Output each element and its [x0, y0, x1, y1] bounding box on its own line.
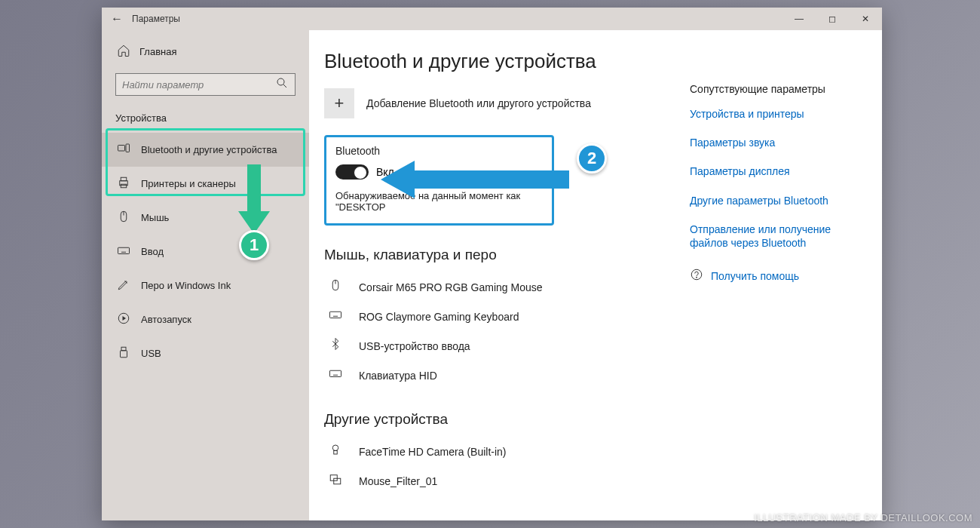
sidebar-item-label: Ввод	[141, 246, 164, 257]
usb-icon	[117, 345, 130, 361]
sidebar-category: Устройства	[102, 106, 309, 133]
device-item[interactable]: ROG Claymore Gaming Keyboard	[324, 302, 882, 331]
autoplay-icon	[117, 312, 130, 327]
mouse-icon	[324, 278, 347, 296]
bluetooth-toggle[interactable]	[335, 164, 369, 180]
devices-icon	[117, 142, 130, 158]
svg-line-1	[283, 84, 286, 87]
keyboard-icon	[117, 244, 130, 259]
related-link-send-receive-bt[interactable]: Отправление или получение файлов через B…	[690, 223, 863, 250]
annotation-highlight-bluetooth: Bluetooth Вкл. Обнаруживаемое на данный …	[324, 135, 554, 226]
related-link-devices-printers[interactable]: Устройства и принтеры	[690, 107, 863, 121]
settings-window: ← Параметры ― ◻ ✕ Главная Устройства	[102, 8, 882, 520]
keyboard-icon	[324, 308, 347, 325]
device-item[interactable]: FaceTime HD Camera (Built-in)	[324, 437, 882, 466]
sidebar-item-label: Перо и Windows Ink	[141, 280, 231, 291]
printer-icon	[117, 176, 130, 192]
search-box[interactable]	[115, 73, 296, 96]
device-item[interactable]: Клавиатура HID	[324, 361, 882, 390]
device-icon	[324, 472, 347, 490]
sidebar-item-label: USB	[141, 348, 161, 359]
sidebar-item-bluetooth[interactable]: Bluetooth и другие устройства	[102, 133, 309, 167]
svg-point-30	[696, 277, 697, 278]
keyboard-icon	[324, 367, 347, 384]
related-link-display[interactable]: Параметры дисплея	[690, 164, 863, 178]
bluetooth-toggle-state: Вкл.	[376, 166, 397, 178]
plus-icon: +	[324, 88, 354, 118]
related-link-sound[interactable]: Параметры звука	[690, 136, 863, 149]
maximize-button[interactable]: ◻	[816, 8, 849, 30]
sidebar-item-autoplay[interactable]: Автозапуск	[102, 302, 309, 336]
annotation-badge-2: 2	[577, 143, 607, 173]
device-item[interactable]: USB-устройство ввода	[324, 331, 882, 361]
svg-point-0	[277, 78, 284, 85]
back-button[interactable]: ←	[102, 12, 132, 26]
add-device-label: Добавление Bluetooth или другого устройс…	[366, 97, 591, 109]
sidebar: Главная Устройства Bluetooth и другие ус…	[102, 30, 309, 520]
search-input[interactable]	[122, 79, 264, 91]
discoverable-text: Обнаруживаемое на данный момент как "DES…	[335, 190, 543, 213]
related-settings: Сопутствующие параметры Устройства и при…	[690, 83, 863, 284]
related-heading: Сопутствующие параметры	[690, 83, 863, 95]
sidebar-item-mouse[interactable]: Мышь	[102, 201, 309, 235]
svg-rect-23	[330, 370, 341, 376]
svg-rect-21	[330, 312, 341, 318]
close-button[interactable]: ✕	[849, 8, 882, 30]
device-name: Mouse_Filter_01	[359, 475, 437, 487]
svg-rect-17	[121, 347, 126, 351]
mouse-icon	[117, 210, 130, 226]
sidebar-item-usb[interactable]: USB	[102, 336, 309, 370]
svg-rect-2	[118, 146, 125, 152]
sidebar-home[interactable]: Главная	[102, 38, 309, 66]
svg-point-25	[332, 445, 338, 451]
device-item[interactable]: Mouse_Filter_01	[324, 466, 882, 496]
svg-rect-5	[121, 177, 127, 181]
bluetooth-icon	[324, 337, 347, 355]
sidebar-item-label: Принтеры и сканеры	[141, 178, 236, 189]
titlebar: ← Параметры ― ◻ ✕	[102, 8, 882, 30]
minimize-button[interactable]: ―	[782, 8, 816, 30]
svg-rect-3	[126, 144, 130, 152]
main-content: Bluetooth и другие устройства + Добавлен…	[309, 30, 882, 520]
svg-rect-6	[121, 184, 127, 188]
svg-rect-18	[121, 351, 127, 358]
pen-icon	[117, 278, 130, 293]
svg-rect-9	[118, 247, 130, 253]
sidebar-item-label: Мышь	[141, 212, 169, 223]
get-help-label: Получить помощь	[711, 270, 799, 282]
annotation-badge-1: 1	[239, 230, 269, 260]
sidebar-item-pen[interactable]: Перо и Windows Ink	[102, 269, 309, 302]
svg-marker-16	[123, 316, 127, 321]
page-title: Bluetooth и другие устройства	[324, 50, 882, 73]
sidebar-item-label: Bluetooth и другие устройства	[141, 144, 277, 155]
device-name: USB-устройство ввода	[359, 340, 470, 352]
search-icon	[275, 76, 289, 93]
svg-rect-26	[334, 451, 338, 455]
get-help-link[interactable]: Получить помощь	[690, 268, 863, 284]
device-name: FaceTime HD Camera (Built-in)	[359, 446, 507, 458]
help-icon	[690, 268, 703, 284]
bluetooth-section-label: Bluetooth	[335, 145, 543, 157]
device-name: Corsair M65 PRO RGB Gaming Mouse	[359, 281, 543, 293]
sidebar-item-printers[interactable]: Принтеры и сканеры	[102, 167, 309, 201]
device-name: ROG Claymore Gaming Keyboard	[359, 311, 519, 323]
sidebar-item-typing[interactable]: Ввод	[102, 235, 309, 269]
sidebar-item-label: Автозапуск	[141, 314, 191, 325]
window-title: Параметры	[132, 14, 180, 24]
home-icon	[117, 44, 130, 60]
section-other-devices: Другие устройства	[324, 411, 882, 428]
sidebar-home-label: Главная	[139, 46, 176, 57]
watermark: ILLUSTRATION MADE BY DETAILLOOK.COM	[754, 512, 972, 523]
camera-icon	[324, 443, 347, 460]
device-name: Клавиатура HID	[359, 370, 437, 382]
related-link-more-bluetooth[interactable]: Другие параметры Bluetooth	[690, 194, 863, 207]
